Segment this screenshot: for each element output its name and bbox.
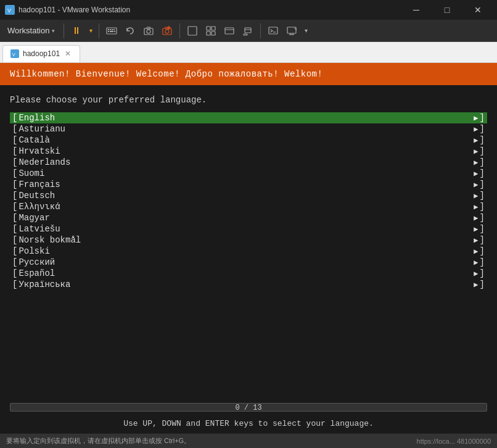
- svg-point-11: [147, 30, 150, 33]
- menu-bar: Workstation ▾ ⏸ ▾: [0, 20, 497, 42]
- language-item-magyar[interactable]: [ Magyar▶]: [10, 212, 487, 223]
- language-item-català[interactable]: [ Català▶]: [10, 135, 487, 146]
- title-bar-left: V hadoop101 - VMware Workstation: [5, 5, 130, 15]
- snapshot2-icon: [162, 25, 173, 36]
- lang-arrow-area: ▶]: [474, 257, 485, 267]
- right-arrow-icon: ▶: [474, 147, 478, 156]
- window2-button[interactable]: [239, 22, 257, 39]
- lang-arrow-area: ▶]: [474, 191, 485, 201]
- tab-label: hadoop101: [23, 49, 60, 58]
- lang-arrow-area: ▶]: [474, 202, 485, 212]
- language-item-asturianu[interactable]: [ Asturianu▶]: [10, 123, 487, 135]
- fullscreen-icon: [187, 25, 198, 36]
- right-arrow-icon: ▶: [474, 280, 478, 289]
- lang-label: Magyar: [18, 213, 49, 223]
- revert-icon: [125, 25, 136, 36]
- language-item-українська[interactable]: [ Українська▶]: [10, 279, 487, 290]
- unity-button[interactable]: [202, 22, 220, 39]
- svg-point-14: [165, 30, 169, 33]
- language-item-hrvatski[interactable]: [ Hrvatski▶]: [10, 146, 487, 157]
- lang-label: Asturianu: [18, 124, 65, 134]
- close-button[interactable]: ✕: [464, 0, 492, 20]
- lang-label: Suomi: [18, 168, 44, 178]
- svg-rect-5: [112, 29, 113, 30]
- svg-rect-9: [114, 31, 115, 32]
- language-list[interactable]: [ English▶][ Asturianu▶][ Català▶][ Hrva…: [10, 112, 487, 290]
- status-url: https://loca... 481000000: [417, 438, 491, 445]
- lang-label: Українська: [18, 280, 70, 289]
- console-icon: [268, 25, 279, 36]
- send-ctrlaltdel-button[interactable]: [103, 22, 120, 39]
- lang-arrow-area: ▶]: [474, 168, 485, 178]
- right-arrow-icon: ▶: [474, 180, 478, 189]
- right-arrow-icon: ▶: [474, 136, 478, 145]
- lang-arrow-area: ▶]: [474, 157, 485, 167]
- screen-button[interactable]: [283, 22, 300, 39]
- right-arrow-icon: ▶: [474, 169, 478, 178]
- lang-arrow-area: ▶]: [474, 180, 485, 189]
- lang-arrow-area: ▶]: [474, 224, 485, 234]
- screen-icon: [286, 25, 297, 36]
- right-arrow-icon: ▶: [474, 214, 478, 223]
- language-item-español[interactable]: [ Español▶]: [10, 268, 487, 279]
- language-item-suomi[interactable]: [ Suomi▶]: [10, 168, 487, 179]
- lang-arrow-area: ▶]: [474, 124, 485, 134]
- window-button[interactable]: [221, 22, 238, 39]
- pause-button[interactable]: ⏸: [68, 22, 85, 39]
- lang-label: Hrvatski: [18, 146, 60, 156]
- language-prompt: Please choose your preferred language.: [10, 95, 487, 105]
- pause-dropdown[interactable]: ▾: [86, 22, 95, 39]
- right-arrow-icon: ▶: [474, 225, 478, 234]
- language-item-deutsch[interactable]: [ Deutsch▶]: [10, 190, 487, 201]
- svg-text:V: V: [7, 7, 11, 14]
- progress-bar: 0 / 13: [10, 403, 487, 412]
- language-item-norsk-bokmål[interactable]: [ Norsk bokmål▶]: [10, 234, 487, 246]
- language-item-latviešu[interactable]: [ Latviešu▶]: [10, 223, 487, 234]
- svg-rect-8: [110, 31, 113, 32]
- progress-text: 0 / 13: [10, 404, 487, 412]
- lang-label: Latviešu: [18, 224, 60, 234]
- svg-rect-27: [269, 27, 277, 34]
- language-item-polski[interactable]: [ Polski▶]: [10, 246, 487, 257]
- svg-rect-20: [212, 27, 215, 30]
- tab-close-button[interactable]: ✕: [64, 49, 72, 58]
- revert-button[interactable]: [121, 22, 139, 39]
- language-item-ελληνικά[interactable]: [ Ελληνικά▶]: [10, 201, 487, 212]
- snapshot2-button[interactable]: [158, 22, 176, 39]
- console-button[interactable]: [265, 22, 282, 39]
- svg-text:V: V: [12, 52, 16, 57]
- workstation-menu[interactable]: Workstation ▾: [2, 23, 60, 38]
- chevron-down-icon-2: ▾: [305, 27, 308, 34]
- tab-bar: V hadoop101 ✕: [0, 42, 497, 63]
- progress-area: 0 / 13: [0, 400, 497, 414]
- language-item-français[interactable]: [ Français▶]: [10, 179, 487, 190]
- svg-rect-4: [110, 29, 111, 30]
- vm-screen[interactable]: Willkommen! Bienvenue! Welcome! Добро по…: [0, 63, 497, 433]
- welcome-banner: Willkommen! Bienvenue! Welcome! Добро по…: [0, 63, 497, 85]
- maximize-button[interactable]: □: [433, 0, 461, 20]
- lang-label: Русский: [18, 257, 55, 267]
- svg-rect-25: [245, 28, 251, 33]
- language-item-english[interactable]: [ English▶]: [10, 112, 487, 123]
- right-arrow-icon: ▶: [474, 202, 478, 212]
- vm-tab[interactable]: V hadoop101 ✕: [2, 45, 80, 62]
- language-item-nederlands[interactable]: [ Nederlands▶]: [10, 157, 487, 168]
- language-item-русский[interactable]: [ Русский▶]: [10, 257, 487, 268]
- toolbar-sep-2: [99, 23, 99, 38]
- right-arrow-icon: ▶: [474, 191, 478, 201]
- tab-vm-icon: V: [10, 49, 19, 58]
- vmware-icon: V: [5, 5, 15, 15]
- title-bar: V hadoop101 - VMware Workstation ─ □ ✕: [0, 0, 497, 20]
- toolbar-sep-3: [179, 23, 180, 38]
- right-arrow-icon: ▶: [474, 269, 478, 278]
- fullscreen-button[interactable]: [184, 22, 201, 39]
- snapshot-button[interactable]: [140, 22, 157, 39]
- svg-rect-18: [188, 27, 197, 35]
- screen-dropdown[interactable]: ▾: [302, 22, 310, 39]
- right-arrow-icon: ▶: [474, 247, 478, 256]
- lang-arrow-area: ▶]: [474, 146, 485, 156]
- minimize-button[interactable]: ─: [402, 0, 430, 20]
- unity-icon: [205, 25, 216, 36]
- right-arrow-icon: ▶: [474, 258, 478, 267]
- lang-arrow-area: ▶]: [474, 113, 485, 123]
